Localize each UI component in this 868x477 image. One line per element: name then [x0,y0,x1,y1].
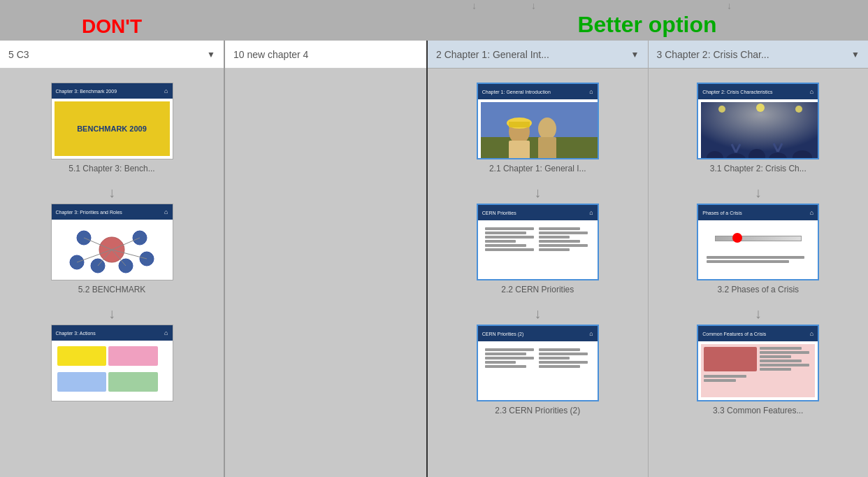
people-svg [481,102,599,159]
dont-panel-header[interactable]: 5 C3 ▼ [0,41,224,69]
right-panels: 2 Chapter 1: General Int... ▼ Chapter 1:… [426,41,868,477]
dont-panel-dropdown[interactable]: ▼ [207,50,215,59]
slide-thumb-3-2[interactable]: Phases of a Crisis ⌂ [697,204,819,280]
slide-yellow-title: BENCHMARK 2009 [74,122,150,136]
sticky-blue [57,372,107,392]
slide-thumb-2-1[interactable]: Chapter 1: General Introduction ⌂ [477,83,599,159]
dont-panel-title: 5 C3 [8,49,29,60]
text-line2-2 [485,353,526,355]
caret-1: ↓ [472,0,477,11]
pink-col-2 [760,347,813,394]
chapter1-dropdown[interactable]: ▼ [631,50,639,59]
slide-blue-header-2-1: Chapter 1: General Introduction ⌂ [478,84,598,99]
priority2-col-2 [539,348,591,368]
phase-bar-container [704,226,812,250]
slide-body-3-3 [698,341,818,400]
slide-label-3-3: 3.3 Common Features... [713,406,803,415]
slide-thumb-5-2[interactable]: Chapter 3: Priorities and Roles ⌂ [51,204,173,280]
slide-priorities2-content [481,344,595,397]
empty-panel-content [225,69,426,477]
text-line-5 [485,244,526,247]
sticky-green [108,372,158,392]
empty-panel: 10 new chapter 4 [224,41,426,477]
home-icon-5-3: ⌂ [164,329,168,336]
slide-body-5-3 [52,341,173,401]
slide-item-2-2: CERN Priorities ⌂ [449,204,627,294]
slide-thumb-2-2[interactable]: CERN Priorities ⌂ [477,204,599,280]
arrow-5-2-to-5-3: ↓ [108,306,115,322]
dont-label: DON'T [0,15,224,41]
slide-thumb-5-3[interactable]: Chapter 3: Actions ⌂ [51,325,173,401]
slide-item-3-3: Common Features of a Crisis ⌂ [670,325,848,415]
text-line2-5 [485,365,526,368]
slide-blue-header-3-3: Common Features of a Crisis ⌂ [698,326,818,341]
slide-body-5-1: BENCHMARK 2009 [52,99,173,159]
slide-label-3-2: 3.2 Phases of a Crisis [717,285,799,294]
slide-body-3-2 [698,220,818,279]
slide-header-text-3-3: Common Features of a Crisis [702,332,766,336]
empty-panel-header[interactable]: 10 new chapter 4 [225,41,426,69]
slide-blue-header-5-1: Chapter 3: Benchmark 2009 ⌂ [52,83,173,99]
arrow-2-1-to-2-2: ↓ [534,185,541,201]
pink-text-1 [704,375,746,378]
svg-point-29 [756,104,765,112]
svg-point-30 [795,106,802,113]
slide-item-2-3: CERN Priorities (2) ⌂ [449,325,627,415]
slide-body-2-2 [478,220,598,279]
slide-blue-header-5-3: Chapter 3: Actions ⌂ [52,325,173,341]
text-line2-10 [539,365,580,368]
home-icon-5-2: ⌂ [164,208,168,215]
chapter2-panel: 3 Chapter 2: Crisis Char... ▼ Chapter 2:… [649,41,869,477]
priority-col-1 [485,227,537,251]
priorities-body [484,226,592,252]
pink-text-2 [704,379,735,382]
slide-label-2-1: 2.1 Chapter 1: General I... [489,164,586,173]
dont-panel: 5 C3 ▼ Chapter 3: Benchmark 2009 ⌂ BENCH… [0,41,224,477]
slide-thumb-2-3[interactable]: CERN Priorities (2) ⌂ [477,325,599,401]
home-icon-5-1: ⌂ [164,87,168,94]
slide-header-text-5-2: Chapter 3: Priorities and Roles [56,210,122,215]
text-line-2 [485,232,526,234]
pink-text-6 [760,359,802,362]
chapter1-panel-content: Chapter 1: General Introduction ⌂ [428,69,648,477]
svg-rect-16 [509,141,530,159]
slide-item-5-3: Chapter 3: Actions ⌂ [21,325,203,401]
text-line2-3 [485,357,534,359]
text-line-3 [485,236,534,239]
slide-blue-header-3-1: Chapter 2: Crisis Characteristics ⌂ [698,84,818,99]
chapter2-panel-title: 3 Chapter 2: Crisis Char... [657,49,769,60]
slide-people-photo [481,102,595,155]
text-line2-9 [539,361,588,364]
phase-bar [715,236,802,241]
arrow-3-2-to-3-3: ↓ [755,306,762,322]
arrow-3-1-to-3-2: ↓ [755,185,762,201]
slide-blue-header-5-2: Chapter 3: Priorities and Roles ⌂ [52,204,173,220]
chapter1-panel-header[interactable]: 2 Chapter 1: General Int... ▼ [428,41,648,69]
top-labels: DON'T Better option [0,13,868,41]
arrow-2-2-to-2-3: ↓ [534,306,541,322]
slide-body-5-2 [52,220,173,280]
slide-label-2-2: 2.2 CERN Priorities [501,285,574,294]
slide-header-text-3-2: Phases of a Crisis [702,211,742,215]
slide-yellow-bg: BENCHMARK 2009 [55,101,170,156]
sticky-yellow [57,346,107,366]
chapter2-panel-header[interactable]: 3 Chapter 2: Crisis Char... ▼ [649,41,869,69]
slide-thumb-3-3[interactable]: Common Features of a Crisis ⌂ [697,325,819,401]
slide-label-5-2: 5.2 BENCHMARK [78,285,146,294]
dont-panel-content: Chapter 3: Benchmark 2009 ⌂ BENCHMARK 20… [0,69,224,477]
text-line2-6 [539,348,580,351]
chapter2-dropdown[interactable]: ▼ [851,50,860,59]
slide-item-5-2: Chapter 3: Priorities and Roles ⌂ [21,204,203,294]
empty-panel-title: 10 new chapter 4 [233,49,308,60]
text-line2-4 [485,361,516,364]
text-line-1 [485,227,534,230]
pink-text-8 [760,368,791,371]
slide-header-text-2-3: CERN Priorities (2) [482,332,524,336]
slide-thumb-5-1[interactable]: Chapter 3: Benchmark 2009 ⌂ BENCHMARK 20… [51,83,173,159]
home-icon-3-3: ⌂ [810,330,813,337]
slide-blue-header-3-2: Phases of a Crisis ⌂ [698,205,818,220]
arrow-5-1-to-5-2: ↓ [108,185,115,201]
slide-thumb-3-1[interactable]: Chapter 2: Crisis Characteristics ⌂ [697,83,819,159]
text-line-8 [539,232,588,234]
slide-header-text-2-1: Chapter 1: General Introduction [482,90,551,94]
